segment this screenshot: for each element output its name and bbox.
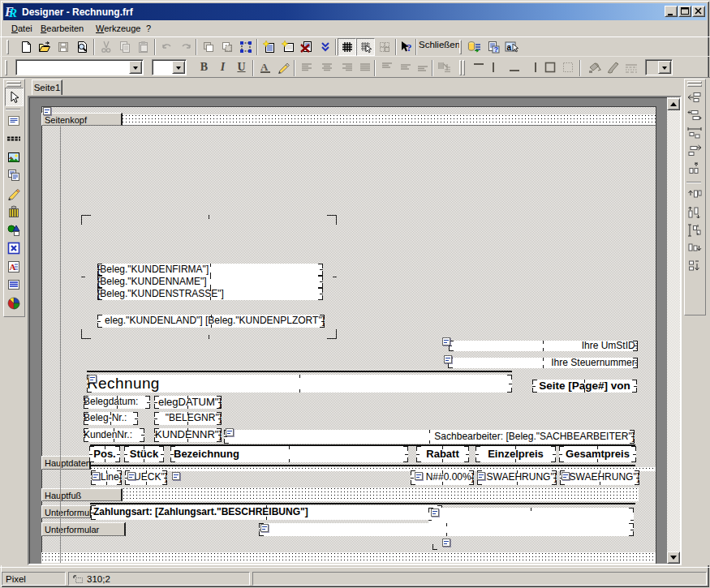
svg-text:?: ? (407, 41, 412, 54)
svg-text:a: a (507, 43, 512, 52)
svg-text:?: ? (493, 45, 498, 54)
svg-text:A: A (260, 61, 269, 73)
svg-text:R: R (8, 6, 17, 19)
